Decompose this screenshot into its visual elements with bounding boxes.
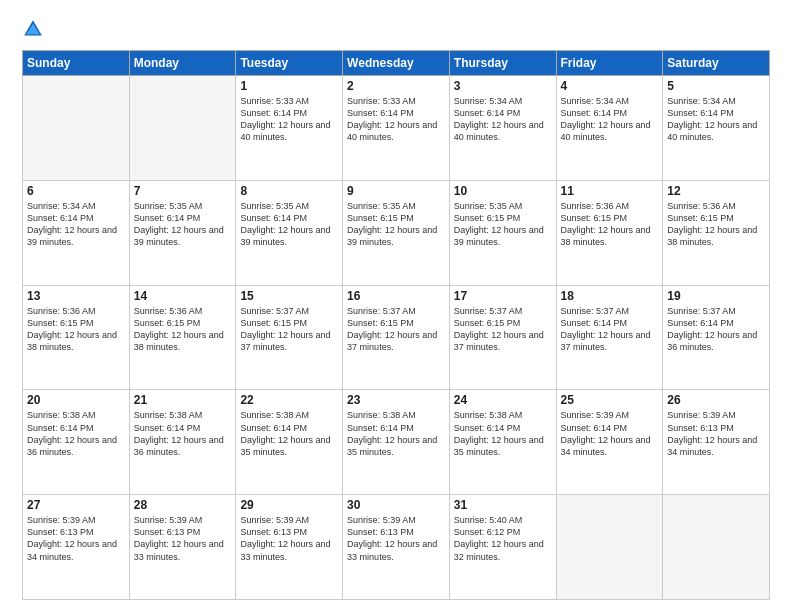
day-number: 6 (27, 184, 125, 198)
calendar-cell: 28Sunrise: 5:39 AMSunset: 6:13 PMDayligh… (129, 495, 236, 600)
calendar-cell: 11Sunrise: 5:36 AMSunset: 6:15 PMDayligh… (556, 180, 663, 285)
day-info: Sunrise: 5:38 AMSunset: 6:14 PMDaylight:… (27, 409, 125, 458)
day-number: 18 (561, 289, 659, 303)
day-info: Sunrise: 5:34 AMSunset: 6:14 PMDaylight:… (667, 95, 765, 144)
calendar-cell: 13Sunrise: 5:36 AMSunset: 6:15 PMDayligh… (23, 285, 130, 390)
day-number: 21 (134, 393, 232, 407)
day-number: 9 (347, 184, 445, 198)
calendar-cell: 7Sunrise: 5:35 AMSunset: 6:14 PMDaylight… (129, 180, 236, 285)
day-info: Sunrise: 5:35 AMSunset: 6:14 PMDaylight:… (240, 200, 338, 249)
logo (22, 18, 48, 40)
day-info: Sunrise: 5:39 AMSunset: 6:13 PMDaylight:… (667, 409, 765, 458)
calendar-cell: 29Sunrise: 5:39 AMSunset: 6:13 PMDayligh… (236, 495, 343, 600)
day-number: 29 (240, 498, 338, 512)
day-number: 19 (667, 289, 765, 303)
calendar-cell: 25Sunrise: 5:39 AMSunset: 6:14 PMDayligh… (556, 390, 663, 495)
day-info: Sunrise: 5:33 AMSunset: 6:14 PMDaylight:… (347, 95, 445, 144)
calendar-cell: 4Sunrise: 5:34 AMSunset: 6:14 PMDaylight… (556, 76, 663, 181)
col-header-sunday: Sunday (23, 51, 130, 76)
calendar-cell: 16Sunrise: 5:37 AMSunset: 6:15 PMDayligh… (343, 285, 450, 390)
calendar-cell: 3Sunrise: 5:34 AMSunset: 6:14 PMDaylight… (449, 76, 556, 181)
day-number: 11 (561, 184, 659, 198)
day-info: Sunrise: 5:34 AMSunset: 6:14 PMDaylight:… (27, 200, 125, 249)
calendar-cell: 15Sunrise: 5:37 AMSunset: 6:15 PMDayligh… (236, 285, 343, 390)
calendar-cell: 6Sunrise: 5:34 AMSunset: 6:14 PMDaylight… (23, 180, 130, 285)
day-info: Sunrise: 5:39 AMSunset: 6:13 PMDaylight:… (134, 514, 232, 563)
week-row-0: 1Sunrise: 5:33 AMSunset: 6:14 PMDaylight… (23, 76, 770, 181)
day-info: Sunrise: 5:38 AMSunset: 6:14 PMDaylight:… (347, 409, 445, 458)
calendar-cell: 27Sunrise: 5:39 AMSunset: 6:13 PMDayligh… (23, 495, 130, 600)
day-info: Sunrise: 5:35 AMSunset: 6:14 PMDaylight:… (134, 200, 232, 249)
day-number: 20 (27, 393, 125, 407)
day-info: Sunrise: 5:35 AMSunset: 6:15 PMDaylight:… (454, 200, 552, 249)
calendar-cell: 26Sunrise: 5:39 AMSunset: 6:13 PMDayligh… (663, 390, 770, 495)
day-info: Sunrise: 5:36 AMSunset: 6:15 PMDaylight:… (134, 305, 232, 354)
day-number: 31 (454, 498, 552, 512)
day-number: 30 (347, 498, 445, 512)
calendar-cell: 21Sunrise: 5:38 AMSunset: 6:14 PMDayligh… (129, 390, 236, 495)
day-number: 22 (240, 393, 338, 407)
calendar-cell: 17Sunrise: 5:37 AMSunset: 6:15 PMDayligh… (449, 285, 556, 390)
calendar-cell (129, 76, 236, 181)
day-info: Sunrise: 5:36 AMSunset: 6:15 PMDaylight:… (27, 305, 125, 354)
day-number: 24 (454, 393, 552, 407)
col-header-wednesday: Wednesday (343, 51, 450, 76)
page: SundayMondayTuesdayWednesdayThursdayFrid… (0, 0, 792, 612)
day-info: Sunrise: 5:37 AMSunset: 6:15 PMDaylight:… (240, 305, 338, 354)
calendar-cell: 20Sunrise: 5:38 AMSunset: 6:14 PMDayligh… (23, 390, 130, 495)
day-number: 4 (561, 79, 659, 93)
calendar-cell: 14Sunrise: 5:36 AMSunset: 6:15 PMDayligh… (129, 285, 236, 390)
day-number: 23 (347, 393, 445, 407)
day-info: Sunrise: 5:38 AMSunset: 6:14 PMDaylight:… (240, 409, 338, 458)
day-number: 7 (134, 184, 232, 198)
calendar-cell: 24Sunrise: 5:38 AMSunset: 6:14 PMDayligh… (449, 390, 556, 495)
day-info: Sunrise: 5:40 AMSunset: 6:12 PMDaylight:… (454, 514, 552, 563)
calendar-cell: 23Sunrise: 5:38 AMSunset: 6:14 PMDayligh… (343, 390, 450, 495)
day-info: Sunrise: 5:39 AMSunset: 6:13 PMDaylight:… (347, 514, 445, 563)
col-header-thursday: Thursday (449, 51, 556, 76)
day-info: Sunrise: 5:39 AMSunset: 6:13 PMDaylight:… (27, 514, 125, 563)
week-row-1: 6Sunrise: 5:34 AMSunset: 6:14 PMDaylight… (23, 180, 770, 285)
day-number: 2 (347, 79, 445, 93)
day-number: 3 (454, 79, 552, 93)
calendar-cell: 30Sunrise: 5:39 AMSunset: 6:13 PMDayligh… (343, 495, 450, 600)
day-info: Sunrise: 5:36 AMSunset: 6:15 PMDaylight:… (667, 200, 765, 249)
day-number: 26 (667, 393, 765, 407)
day-info: Sunrise: 5:36 AMSunset: 6:15 PMDaylight:… (561, 200, 659, 249)
day-number: 15 (240, 289, 338, 303)
day-number: 10 (454, 184, 552, 198)
day-info: Sunrise: 5:38 AMSunset: 6:14 PMDaylight:… (134, 409, 232, 458)
calendar-cell: 10Sunrise: 5:35 AMSunset: 6:15 PMDayligh… (449, 180, 556, 285)
calendar-cell: 9Sunrise: 5:35 AMSunset: 6:15 PMDaylight… (343, 180, 450, 285)
calendar-cell: 8Sunrise: 5:35 AMSunset: 6:14 PMDaylight… (236, 180, 343, 285)
week-row-3: 20Sunrise: 5:38 AMSunset: 6:14 PMDayligh… (23, 390, 770, 495)
day-number: 28 (134, 498, 232, 512)
calendar-cell: 31Sunrise: 5:40 AMSunset: 6:12 PMDayligh… (449, 495, 556, 600)
calendar-cell: 12Sunrise: 5:36 AMSunset: 6:15 PMDayligh… (663, 180, 770, 285)
day-info: Sunrise: 5:37 AMSunset: 6:15 PMDaylight:… (454, 305, 552, 354)
day-number: 25 (561, 393, 659, 407)
day-number: 1 (240, 79, 338, 93)
day-info: Sunrise: 5:37 AMSunset: 6:14 PMDaylight:… (667, 305, 765, 354)
day-number: 12 (667, 184, 765, 198)
week-row-2: 13Sunrise: 5:36 AMSunset: 6:15 PMDayligh… (23, 285, 770, 390)
col-header-saturday: Saturday (663, 51, 770, 76)
calendar-cell: 2Sunrise: 5:33 AMSunset: 6:14 PMDaylight… (343, 76, 450, 181)
col-header-tuesday: Tuesday (236, 51, 343, 76)
week-row-4: 27Sunrise: 5:39 AMSunset: 6:13 PMDayligh… (23, 495, 770, 600)
day-info: Sunrise: 5:38 AMSunset: 6:14 PMDaylight:… (454, 409, 552, 458)
logo-icon (22, 18, 44, 40)
day-number: 13 (27, 289, 125, 303)
day-info: Sunrise: 5:35 AMSunset: 6:15 PMDaylight:… (347, 200, 445, 249)
calendar-cell (663, 495, 770, 600)
day-info: Sunrise: 5:39 AMSunset: 6:14 PMDaylight:… (561, 409, 659, 458)
col-header-monday: Monday (129, 51, 236, 76)
col-header-friday: Friday (556, 51, 663, 76)
day-info: Sunrise: 5:34 AMSunset: 6:14 PMDaylight:… (454, 95, 552, 144)
day-number: 8 (240, 184, 338, 198)
day-info: Sunrise: 5:33 AMSunset: 6:14 PMDaylight:… (240, 95, 338, 144)
day-number: 5 (667, 79, 765, 93)
header (22, 18, 770, 40)
calendar-cell (556, 495, 663, 600)
day-info: Sunrise: 5:37 AMSunset: 6:15 PMDaylight:… (347, 305, 445, 354)
